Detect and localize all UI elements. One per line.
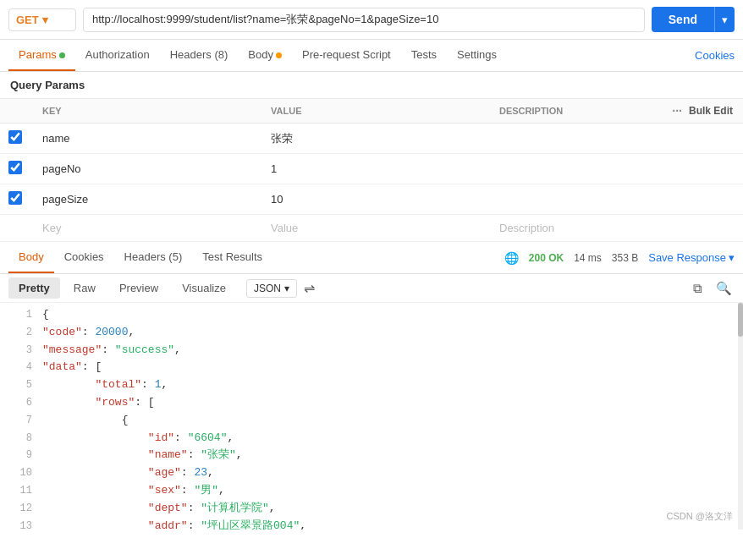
line-content: "name": "张荣", [42, 447, 243, 464]
watermark: CSDN @洛文洋 [667, 510, 733, 523]
col-key: KEY [32, 99, 261, 124]
save-response-button[interactable]: Save Response ▾ [648, 251, 735, 264]
response-tabs-row: Body Cookies Headers (5) Test Results 🌐 … [0, 242, 743, 274]
json-line: 1 { [0, 306, 743, 324]
tab-params[interactable]: Params [8, 40, 75, 71]
line-number: 7 [7, 413, 32, 429]
table-placeholder-row: Key Value Description [0, 215, 743, 242]
query-params-title: Query Params [0, 72, 743, 98]
response-tab-headers[interactable]: Headers (5) [114, 242, 193, 273]
line-content: "id": "6604", [42, 430, 234, 447]
line-content: "rows": [ [42, 394, 155, 412]
tab-body[interactable]: Body [238, 40, 292, 71]
response-tab-body[interactable]: Body [8, 242, 54, 273]
line-content: "data": [ [42, 359, 102, 376]
body-dot [276, 52, 282, 58]
json-line: 3 "message": "success", [0, 342, 743, 360]
line-number: 3 [7, 343, 32, 359]
placeholder-key[interactable]: Key [32, 215, 261, 242]
row-checkbox[interactable] [8, 161, 22, 174]
placeholder-check [0, 215, 32, 242]
copy-icon[interactable]: ⧉ [691, 278, 705, 299]
params-table: KEY VALUE DESCRIPTION ··· Bulk Edit name… [0, 98, 743, 242]
tab-headers[interactable]: Headers (8) [160, 40, 239, 71]
row-checkbox[interactable] [8, 130, 22, 144]
line-number: 11 [7, 483, 32, 499]
line-content: "dept": "计算机学院", [42, 500, 276, 518]
json-line: 11 "sex": "男", [0, 482, 743, 500]
params-dot [59, 52, 65, 58]
tab-tests[interactable]: Tests [401, 40, 447, 71]
send-button[interactable]: Send [652, 7, 714, 32]
line-content: "code": 20000, [42, 324, 135, 342]
json-line: 7 { [0, 412, 743, 430]
response-tab-testresults[interactable]: Test Results [192, 242, 272, 273]
line-number: 8 [7, 431, 32, 447]
col-value: VALUE [261, 99, 489, 124]
json-line: 6 "rows": [ [0, 394, 743, 412]
tab-settings[interactable]: Settings [447, 40, 507, 71]
line-content: "addr": "坪山区翠景路004", [42, 518, 306, 530]
line-number: 5 [7, 377, 32, 393]
more-options-icon[interactable]: ··· [672, 104, 682, 118]
wrap-icon[interactable]: ⇌ [304, 280, 315, 296]
row-value: 10 [261, 184, 489, 215]
inner-tab-pretty[interactable]: Pretty [8, 277, 60, 299]
row-key: pageSize [32, 184, 261, 215]
row-value: 1 [261, 154, 489, 184]
inner-tabs-actions: ⧉ 🔍 [687, 278, 735, 299]
json-viewer: 1 { 2 "code": 20000, 3 "message": "succe… [0, 303, 743, 530]
line-number: 4 [7, 360, 32, 376]
search-icon[interactable]: 🔍 [713, 278, 735, 299]
json-line: 8 "id": "6604", [0, 430, 743, 447]
json-line: 10 "age": 23, [0, 464, 743, 482]
json-line: 13 "addr": "坪山区翠景路004", [0, 518, 743, 530]
line-content: "sex": "男", [42, 482, 225, 500]
bulk-edit-button[interactable]: Bulk Edit [689, 105, 733, 117]
row-checkbox-cell[interactable] [0, 184, 32, 215]
format-selector[interactable]: JSON ▾ [246, 279, 297, 298]
line-number: 10 [7, 465, 32, 481]
method-dropdown-icon: ▾ [42, 14, 48, 26]
request-tabs: Params Authorization Headers (8) Body Pr… [0, 40, 743, 72]
placeholder-value[interactable]: Value [261, 215, 489, 242]
format-label: JSON [254, 283, 281, 294]
line-number: 1 [7, 307, 32, 323]
tab-authorization[interactable]: Authorization [75, 40, 160, 71]
response-meta: 🌐 200 OK 14 ms 353 B Save Response ▾ [504, 251, 735, 265]
json-line: 9 "name": "张荣", [0, 447, 743, 464]
json-line: 12 "dept": "计算机学院", [0, 500, 743, 518]
response-area: Body Cookies Headers (5) Test Results 🌐 … [0, 242, 743, 530]
cookies-link[interactable]: Cookies [695, 49, 735, 62]
row-checkbox[interactable] [8, 191, 22, 205]
row-description [489, 124, 743, 154]
inner-tab-raw[interactable]: Raw [63, 277, 106, 299]
row-checkbox-cell[interactable] [0, 124, 32, 154]
inner-tabs-row: Pretty Raw Preview Visualize JSON ▾ ⇌ ⧉ … [0, 274, 743, 303]
response-tab-cookies[interactable]: Cookies [54, 242, 114, 273]
table-row: name 张荣 [0, 124, 743, 154]
table-row: pageSize 10 [0, 184, 743, 215]
row-key: name [32, 124, 261, 154]
format-dropdown-icon: ▾ [284, 283, 289, 294]
scrollbar-track[interactable] [738, 303, 743, 530]
placeholder-description[interactable]: Description [489, 215, 743, 242]
response-size: 353 B [612, 252, 638, 264]
method-label: GET [16, 14, 39, 26]
row-checkbox-cell[interactable] [0, 154, 32, 184]
inner-tab-preview[interactable]: Preview [109, 277, 168, 299]
method-selector[interactable]: GET ▾ [8, 8, 76, 31]
json-viewer-area: 1 { 2 "code": 20000, 3 "message": "succe… [0, 303, 743, 530]
col-description: DESCRIPTION ··· Bulk Edit [489, 99, 743, 124]
tab-prerequest[interactable]: Pre-request Script [292, 40, 401, 71]
response-time: 14 ms [574, 252, 602, 264]
inner-tab-visualize[interactable]: Visualize [172, 277, 236, 299]
scrollbar-thumb[interactable] [738, 303, 743, 337]
line-number: 13 [7, 519, 32, 530]
url-input[interactable] [83, 8, 645, 32]
line-content: "total": 1, [42, 376, 168, 394]
line-content: { [42, 412, 128, 430]
send-dropdown-button[interactable]: ▾ [714, 7, 735, 32]
table-row: pageNo 1 [0, 154, 743, 184]
row-key: pageNo [32, 154, 261, 184]
